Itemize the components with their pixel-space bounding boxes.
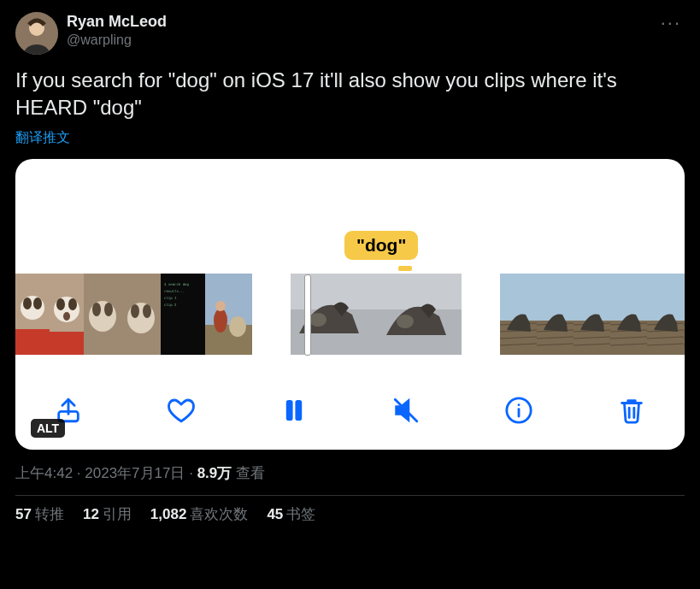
bookmarks-stat[interactable]: 45书签 — [267, 504, 315, 524]
svg-point-11 — [63, 312, 70, 321]
clip-gap — [462, 274, 500, 355]
svg-text:results...: results... — [164, 289, 185, 293]
video-thumb[interactable] — [205, 274, 252, 355]
tweet: Ryan McLeod @warpling ··· If you search … — [0, 0, 700, 524]
video-thumb[interactable] — [647, 274, 684, 355]
svg-point-36 — [397, 315, 414, 328]
mute-button[interactable] — [387, 392, 425, 429]
video-thumb[interactable] — [537, 274, 574, 355]
heart-icon — [167, 396, 196, 425]
delete-button[interactable] — [613, 392, 650, 429]
svg-point-14 — [89, 301, 116, 332]
video-thumb[interactable] — [500, 274, 537, 355]
trash-icon — [617, 396, 646, 425]
svg-text:$ search dog: $ search dog — [164, 282, 189, 286]
video-thumb[interactable]: $ search dogresults...clip 1clip 2 — [161, 274, 205, 355]
svg-point-30 — [229, 316, 246, 337]
display-name[interactable]: Ryan McLeod — [67, 12, 167, 32]
speaker-muted-icon — [391, 396, 421, 425]
alt-badge[interactable]: ALT — [31, 419, 65, 438]
author-block: Ryan McLeod @warpling — [67, 12, 167, 50]
video-thumb[interactable] — [291, 274, 376, 355]
clip-group[interactable] — [291, 274, 462, 355]
likes-stat[interactable]: 1,082喜欢次数 — [150, 504, 249, 524]
views-count[interactable]: 8.9万 — [197, 465, 232, 481]
video-thumb[interactable] — [50, 274, 84, 355]
svg-text:clip 1: clip 1 — [164, 296, 177, 300]
svg-point-15 — [92, 303, 101, 316]
retweets-stat[interactable]: 57转推 — [15, 504, 64, 524]
media-controls — [15, 392, 685, 429]
svg-point-10 — [68, 298, 77, 310]
more-button[interactable]: ··· — [657, 12, 685, 34]
quotes-stat[interactable]: 12引用 — [83, 504, 132, 524]
svg-point-3 — [21, 296, 44, 320]
svg-rect-35 — [376, 274, 462, 309]
tooltip-marker — [398, 266, 412, 271]
stats-row: 57转推 12引用 1,082喜欢次数 45书签 — [15, 504, 685, 524]
svg-point-5 — [33, 297, 42, 309]
views-label: 查看 — [232, 465, 265, 481]
post-date[interactable]: 2023年7月17日 — [85, 465, 185, 481]
svg-point-4 — [23, 297, 32, 309]
svg-rect-74 — [286, 400, 291, 420]
svg-point-79 — [518, 403, 521, 406]
video-thumb[interactable] — [376, 274, 462, 355]
divider — [15, 495, 685, 496]
clip-group[interactable]: $ search dogresults...clip 1clip 2 — [15, 274, 252, 355]
translate-link[interactable]: 翻译推文 — [15, 129, 70, 147]
clip-gap — [252, 274, 291, 355]
video-thumb[interactable] — [610, 274, 647, 355]
svg-rect-32 — [291, 274, 376, 309]
svg-point-28 — [214, 309, 227, 333]
info-icon — [504, 396, 533, 425]
video-thumb[interactable] — [15, 274, 50, 355]
video-thumb[interactable] — [84, 274, 122, 355]
tweet-body: If you search for "dog" on iOS 17 it'll … — [15, 67, 685, 122]
svg-rect-68 — [684, 321, 685, 355]
video-clips-row[interactable]: $ search dogresults...clip 1clip 2 — [15, 274, 685, 355]
svg-rect-6 — [15, 329, 50, 355]
video-thumb[interactable] — [574, 274, 610, 355]
info-button[interactable] — [500, 392, 538, 429]
svg-rect-75 — [296, 400, 301, 420]
avatar-image — [15, 12, 58, 55]
video-thumb[interactable] — [684, 274, 685, 355]
svg-point-20 — [143, 304, 151, 318]
video-thumb[interactable] — [122, 274, 161, 355]
pause-button[interactable] — [275, 392, 313, 429]
meta-row: 上午4:42 · 2023年7月17日 · 8.9万 查看 — [15, 463, 685, 483]
svg-point-19 — [131, 304, 139, 318]
pause-icon — [279, 396, 309, 425]
like-button[interactable] — [162, 392, 200, 429]
post-time[interactable]: 上午4:42 — [15, 465, 73, 481]
svg-point-9 — [56, 298, 65, 310]
search-tooltip: "dog" — [344, 231, 418, 260]
svg-point-16 — [104, 303, 113, 316]
svg-text:clip 2: clip 2 — [164, 303, 177, 307]
tweet-header: Ryan McLeod @warpling ··· — [15, 12, 685, 55]
avatar[interactable] — [15, 12, 58, 55]
svg-point-33 — [309, 313, 326, 327]
clip-group[interactable] — [500, 274, 685, 355]
playhead[interactable] — [304, 274, 311, 356]
svg-point-18 — [127, 303, 155, 333]
handle[interactable]: @warpling — [67, 32, 167, 50]
media-card[interactable]: "dog" $ search dogresults...clip 1clip 2 — [15, 159, 685, 450]
svg-point-29 — [215, 301, 226, 311]
svg-rect-12 — [50, 332, 84, 355]
